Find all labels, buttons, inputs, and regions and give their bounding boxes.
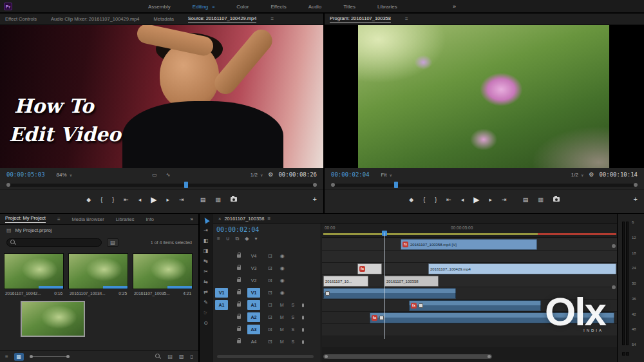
vertical-scroll-knob[interactable] <box>612 244 616 248</box>
lock-icon[interactable] <box>237 316 241 319</box>
timeline-timecode[interactable]: 00:00:02:04 <box>213 224 321 233</box>
pen-tool[interactable]: ✎ <box>204 300 208 305</box>
track-label[interactable]: V2 <box>247 276 260 285</box>
timeline-audio-clip[interactable] <box>323 288 456 299</box>
lock-icon[interactable] <box>237 267 241 270</box>
source-timecode[interactable]: 00:00:05:03 <box>6 171 45 178</box>
settings-wrench-icon[interactable]: ⚙ <box>268 171 273 178</box>
playhead-grip[interactable] <box>382 231 387 236</box>
eye-icon[interactable]: ◉ <box>280 290 285 296</box>
solo-button[interactable]: S <box>292 303 295 307</box>
sync-lock-icon[interactable]: ⊡ <box>268 314 272 320</box>
sync-lock-icon[interactable]: ⊡ <box>268 278 272 283</box>
mute-button[interactable]: M <box>280 327 284 332</box>
track-label[interactable]: A4 <box>247 337 260 347</box>
new-search-bin-button[interactable]: ▤ <box>107 238 118 247</box>
tab-media-browser[interactable]: Media Browser <box>72 216 104 222</box>
razor-tool[interactable]: ✂ <box>204 269 208 274</box>
workspace-tab-audio[interactable]: Audio <box>308 4 321 10</box>
timeline-clip[interactable]: fx 20161107_100358.mp4 [V] <box>401 239 537 250</box>
linked-selection-icon[interactable]: ⧉ <box>236 236 240 242</box>
scrubber-track[interactable] <box>334 184 635 187</box>
clip-thumbnail[interactable] <box>68 253 128 289</box>
sync-lock-icon[interactable]: ⊡ <box>268 265 272 271</box>
scrub-zoom-handle-right[interactable] <box>634 183 638 187</box>
rate-stretch-tool[interactable]: ↹ <box>204 258 208 264</box>
zoom-in-handle[interactable] <box>66 355 70 358</box>
scrub-zoom-handle-left[interactable] <box>331 183 335 187</box>
insert-button[interactable]: ▤ <box>200 196 206 203</box>
timeline-clip[interactable]: 20161107_100358 <box>384 276 439 287</box>
add-marker-button[interactable]: ◆ <box>86 196 91 203</box>
sync-lock-icon[interactable]: ⊡ <box>268 253 272 259</box>
mute-button[interactable]: M <box>280 303 284 307</box>
snap-icon[interactable]: ∪ <box>226 236 230 242</box>
source-scrubber[interactable] <box>5 181 318 189</box>
voiceover-mic-icon[interactable] <box>302 316 304 319</box>
new-item-button[interactable]: ▧ <box>179 354 184 359</box>
project-item[interactable]: 20161107_10035... 4:21 <box>133 253 193 296</box>
close-icon[interactable]: × <box>218 216 221 222</box>
tab-audio-clip-mixer[interactable]: Audio Clip Mixer: 20161107_100429.mp4 <box>51 16 139 22</box>
scrub-zoom-handle-left[interactable] <box>6 183 10 187</box>
video-track-header[interactable]: V2 ⊡ ◉ <box>213 274 321 287</box>
add-marker-icon[interactable]: ◆ <box>245 236 249 242</box>
drag-audio-only-icon[interactable]: ∿ <box>166 172 171 178</box>
track-label[interactable]: A3 <box>247 325 260 334</box>
sync-lock-icon[interactable]: ⊡ <box>268 290 272 296</box>
lock-icon[interactable] <box>237 340 241 343</box>
settings-wrench-icon[interactable]: ⚙ <box>589 171 594 178</box>
find-icon[interactable] <box>155 354 161 359</box>
slip-tool[interactable]: ⇆ <box>204 279 208 285</box>
track-row-v1[interactable]: 20161107_10... 20161107_100358 <box>322 275 617 287</box>
scrubber-track[interactable] <box>9 184 314 187</box>
tab-metadata[interactable]: Metadata <box>154 16 174 22</box>
panel-overflow-icon[interactable]: » <box>191 216 193 222</box>
timeline-clip[interactable]: 20161107_100429.mp4 <box>428 263 616 274</box>
work-area-bar[interactable] <box>323 233 538 235</box>
eye-icon[interactable]: ◉ <box>280 278 285 283</box>
playhead-line[interactable] <box>384 233 384 339</box>
export-frame-button[interactable] <box>553 197 560 202</box>
scrollbar-handle-right[interactable] <box>488 355 491 358</box>
step-back-button[interactable]: ◂ <box>138 196 142 203</box>
track-select-tool[interactable]: ⇥ <box>204 227 208 233</box>
mark-in-button[interactable]: { <box>100 196 102 203</box>
nest-icon[interactable]: ▾ <box>254 236 257 242</box>
lift-button[interactable]: ▤ <box>523 196 529 203</box>
hand-tool[interactable]: ☞ <box>204 310 208 316</box>
solo-button[interactable]: S <box>292 327 295 332</box>
clip-thumbnail[interactable] <box>21 301 85 337</box>
sync-lock-icon[interactable]: ⊡ <box>268 339 272 345</box>
workspace-tab-libraries[interactable]: Libraries <box>377 4 397 10</box>
video-track-header[interactable]: V4 ⊡ ◉ <box>213 250 321 262</box>
panel-menu-icon[interactable]: ≡ <box>405 16 408 22</box>
workspace-tab-editing[interactable]: Editing <box>193 4 208 10</box>
timeline-clip[interactable]: fx <box>357 263 382 274</box>
scrub-zoom-handle-right[interactable] <box>313 183 317 187</box>
mark-out-button[interactable]: } <box>435 196 437 203</box>
go-to-in-button[interactable]: ⇤ <box>124 196 129 203</box>
mute-button[interactable]: M <box>280 315 284 319</box>
go-to-in-button[interactable]: ⇤ <box>446 196 451 203</box>
list-view-button[interactable]: ≡ <box>5 354 8 359</box>
mark-out-button[interactable]: } <box>112 196 114 203</box>
lock-icon[interactable] <box>237 328 241 331</box>
source-zoom-select[interactable]: 84%∨ <box>57 172 72 178</box>
video-track-header-v1[interactable]: V1 V1 ⊡ ◉ <box>213 287 321 299</box>
eye-icon[interactable]: ◉ <box>280 253 285 259</box>
program-video-viewport[interactable] <box>325 25 644 168</box>
tab-project[interactable]: Project: My Project <box>5 215 46 223</box>
timeline-ruler[interactable]: 00:00 00:00:05:00 <box>322 224 617 238</box>
program-zoom-select[interactable]: Fit∨ <box>381 172 392 178</box>
step-forward-button[interactable]: ▸ <box>167 196 170 203</box>
scrollbar-handle-left[interactable] <box>325 355 328 358</box>
timeline-clip[interactable]: 20161107_10... <box>323 276 368 287</box>
tab-source[interactable]: Source: 20161107_100429.mp4 <box>188 15 257 23</box>
track-label[interactable]: A2 <box>247 312 260 322</box>
project-item-selected[interactable] <box>21 301 85 337</box>
track-header-zoom-scrollbar[interactable] <box>217 355 314 358</box>
export-frame-button[interactable] <box>231 197 237 202</box>
program-playhead[interactable] <box>394 182 398 188</box>
workspace-menu-icon[interactable]: ≡ <box>212 5 214 9</box>
